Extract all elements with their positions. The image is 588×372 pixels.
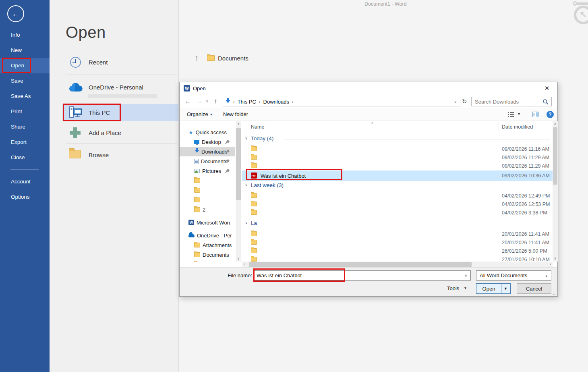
sidebar-item-info[interactable]: Info — [0, 27, 50, 43]
list-horizontal-scrollbar[interactable]: ‹ › — [242, 262, 553, 267]
new-folder-button[interactable]: New folder — [223, 111, 248, 117]
folder-icon — [251, 155, 257, 160]
open-split-dropdown-icon[interactable]: ▼ — [501, 287, 510, 291]
file-row-folder[interactable]: 09/02/2026 11:29 AM — [242, 154, 553, 162]
file-row-folder[interactable]: 27/01/2026 10:10 AM — [242, 256, 553, 262]
search-icon[interactable] — [543, 99, 549, 105]
tree-item-folder[interactable]: 2 — [180, 205, 235, 214]
file-name-dropdown-icon[interactable]: ∨ — [464, 274, 467, 278]
scroll-down-icon[interactable]: ∨ — [553, 257, 558, 260]
file-type-select[interactable]: All Word Documents ∨ — [476, 270, 551, 281]
organize-button[interactable]: Organize — [187, 111, 208, 117]
file-row-was-ist-ein-chatbot[interactable]: PDF Was ist ein Chatbot 09/02/2026 10:36… — [242, 170, 553, 181]
place-recent[interactable]: Recent — [89, 59, 108, 66]
place-add-a-place[interactable]: Add a Place — [89, 129, 121, 136]
breadcrumb[interactable]: Documents — [218, 55, 248, 62]
file-row-folder[interactable]: 09/02/2026 11:29 AM — [242, 162, 553, 170]
group-header-last-month[interactable]: ∨ La — [242, 220, 553, 228]
nav-up-icon[interactable]: ↑ — [214, 98, 217, 105]
tree-item-pictures-onedrive[interactable]: Pictures — [180, 260, 235, 262]
tree-item-desktop[interactable]: Desktop — [180, 137, 235, 147]
tree-item-attachments[interactable]: Attachments — [180, 240, 235, 250]
scroll-left-icon[interactable]: ‹ — [244, 262, 245, 266]
search-input[interactable] — [472, 99, 551, 105]
breadcrumb-divider — [193, 68, 427, 68]
tree-item-quick-access[interactable]: ★ Quick access — [180, 127, 235, 137]
cancel-button[interactable]: Cancel — [517, 283, 551, 294]
column-divider[interactable] — [499, 122, 499, 131]
redacted-account-text — [88, 94, 157, 98]
tree-item-documents-onedrive[interactable]: Documents — [180, 250, 235, 260]
sidebar-item-save[interactable]: Save — [0, 73, 50, 89]
nav-back-icon[interactable]: ← — [185, 98, 191, 105]
scroll-down-icon[interactable]: ∨ — [236, 257, 241, 260]
sidebar-item-account[interactable]: Account — [0, 174, 50, 189]
close-icon[interactable]: ✕ — [539, 82, 555, 94]
place-browse[interactable]: Browse — [89, 152, 109, 158]
hscrollbar-thumb[interactable] — [249, 262, 472, 267]
scroll-up-icon[interactable]: ∧ — [236, 122, 241, 126]
scroll-right-icon[interactable]: › — [550, 262, 551, 266]
sidebar-item-close[interactable]: Close — [0, 150, 50, 165]
folder-icon — [194, 188, 200, 193]
tree-scrollbar[interactable]: ∧ ∨ — [236, 121, 241, 262]
tree-scrollbar-thumb[interactable] — [236, 128, 241, 200]
file-row-folder[interactable]: 04/02/2026 12:49 PM — [242, 192, 553, 200]
back-button[interactable]: ← — [7, 5, 24, 22]
column-header-name[interactable]: Name — [251, 124, 264, 130]
tree-item-folder[interactable] — [180, 176, 235, 185]
resize-grip[interactable] — [552, 292, 555, 295]
tree-item-pictures[interactable]: Pictures — [180, 166, 235, 176]
sidebar-item-save-as[interactable]: Save As — [0, 89, 50, 104]
folder-icon — [251, 257, 257, 262]
nav-history-chevron-icon[interactable]: ∨ — [206, 99, 209, 103]
address-crumb-downloads[interactable]: Downloads — [263, 99, 289, 105]
file-row-folder[interactable]: 04/02/2026 3:38 PM — [242, 209, 553, 217]
sidebar-item-print[interactable]: Print — [0, 104, 50, 119]
tree-item-downloads[interactable]: Downloads — [180, 147, 235, 156]
address-crumb-this-pc[interactable]: This PC — [238, 99, 256, 105]
sidebar-item-new[interactable]: New — [0, 43, 50, 58]
place-this-pc[interactable]: This PC — [89, 109, 110, 116]
crumb-separator-icon: › — [256, 99, 263, 104]
tree-item-folder[interactable] — [180, 185, 235, 195]
file-name-input[interactable] — [254, 272, 470, 278]
view-dropdown-icon[interactable]: ▾ — [518, 112, 520, 116]
group-header-last-week[interactable]: ∨ Last week (3) — [242, 182, 553, 190]
sidebar-item-open[interactable]: Open — [0, 58, 50, 73]
dialog-toolbar: Organize ▾ New folder ▾ ? — [180, 108, 557, 121]
column-header-date-modified[interactable]: Date modified — [502, 124, 533, 130]
file-row-folder[interactable]: 26/01/2026 5:00 PM — [242, 247, 553, 256]
preview-pane-icon[interactable] — [532, 112, 539, 117]
file-row-folder[interactable]: 20/01/2026 11:41 AM — [242, 230, 553, 239]
file-row-folder[interactable]: 09/02/2026 11:16 AM — [242, 145, 553, 154]
address-bar[interactable]: › This PC › Downloads › ∨ — [223, 97, 460, 106]
list-scrollbar-thumb[interactable] — [553, 127, 557, 185]
tree-item-folder[interactable] — [180, 195, 235, 205]
dialog-titlebar[interactable]: W Open ✕ — [180, 82, 557, 94]
folder-icon — [194, 243, 200, 247]
group-header-today[interactable]: ∨ Today (4) — [242, 135, 553, 143]
sidebar-item-export[interactable]: Export — [0, 135, 50, 150]
nav-forward-icon[interactable]: → — [196, 98, 202, 105]
open-button[interactable]: Open ▼ — [476, 283, 511, 294]
scroll-up-icon[interactable]: ∧ — [553, 122, 558, 126]
sidebar-item-share[interactable]: Share — [0, 119, 50, 135]
tools-button[interactable]: Tools — [447, 285, 459, 291]
file-name-label: File name: — [217, 272, 252, 278]
help-icon[interactable]: ? — [547, 111, 554, 118]
list-vertical-scrollbar[interactable]: ∧ ∨ — [553, 121, 558, 262]
address-dropdown-icon[interactable]: ∨ — [454, 100, 457, 104]
view-list-icon[interactable] — [508, 112, 514, 117]
tree-item-documents[interactable]: Documents — [180, 156, 235, 166]
tree-item-microsoft-word[interactable]: W Microsoft Word — [180, 218, 235, 227]
file-row-folder[interactable]: 20/01/2026 11:41 AM — [242, 239, 553, 247]
file-row-folder[interactable]: 04/02/2026 12:53 PM — [242, 200, 553, 209]
sidebar-item-options[interactable]: Options — [0, 189, 50, 205]
place-onedrive[interactable]: OneDrive - Personal — [89, 84, 143, 91]
tree-item-onedrive[interactable]: OneDrive - Personal — [180, 231, 235, 240]
refresh-icon[interactable]: ↻ — [462, 98, 467, 105]
back-arrow-icon: ← — [12, 9, 20, 19]
folder-tree-pane: ★ Quick access Desktop Downloads Documen… — [180, 121, 242, 262]
breadcrumb-up-icon[interactable]: ↑ — [195, 53, 199, 62]
